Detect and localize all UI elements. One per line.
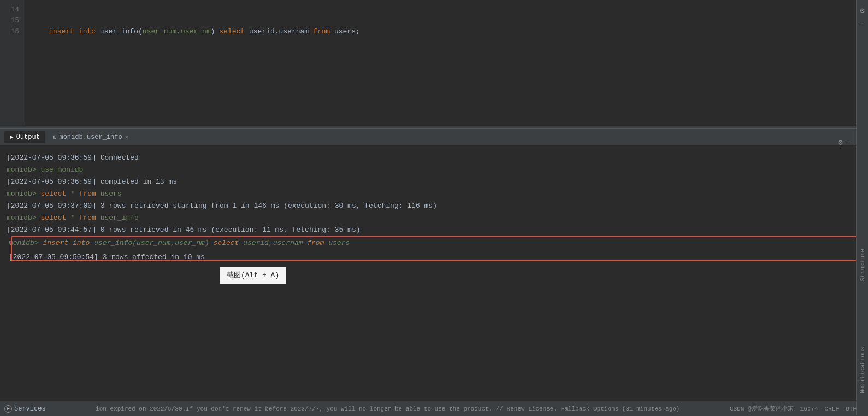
highlight-section: monidb> insert into user_info(user_num,u… (7, 236, 861, 265)
screenshot-tooltip: 截图(Alt + A) (220, 267, 286, 284)
code-line-14 (32, 4, 854, 15)
col-select: userid,usernam (249, 27, 313, 36)
kw-into: into (79, 27, 100, 36)
output-line-6: monidb> select * from user_info (7, 212, 861, 224)
output-line-3: [2022-07-05 09:36:59] completed in 13 ms (7, 176, 861, 188)
time-label: 16:74 (800, 406, 818, 412)
tbl-users: users; (334, 27, 360, 36)
code-line-15 (32, 15, 854, 26)
status-right: CSDN @爱吃香菜的小宋 16:74 CRLF UTF-8 (730, 405, 864, 413)
output-content[interactable]: [2022-07-05 09:36:59] Connected monidb> … (0, 145, 868, 401)
code-content[interactable]: insert into user_info(user_num,user_nm) … (25, 0, 860, 126)
structure-label[interactable]: Structure (859, 249, 866, 281)
tab-output[interactable]: ▶ Output (4, 131, 45, 143)
highlight-border (11, 236, 857, 261)
output-line-4: monidb> select * from users (7, 188, 861, 200)
status-left: ▶ Services (4, 405, 46, 413)
services-button[interactable]: ▶ Services (4, 405, 46, 413)
notifications-label[interactable]: Notifications (859, 347, 866, 394)
gear-icon[interactable]: ⚙ (857, 4, 869, 16)
monidb-tab-label: monidb.user_info (59, 133, 122, 141)
output-line-2: monidb> use monidb (7, 164, 861, 176)
kw-from: from (313, 27, 334, 36)
tbl-user-info: user_info( (100, 27, 143, 36)
output-lines: [2022-07-05 09:36:59] Connected monidb> … (7, 150, 861, 289)
line-number-14: 14 (0, 4, 25, 15)
output-panel: ▶ Output ⊞ monidb.user_info ✕ [2022-07-0… (0, 129, 868, 401)
line-number-16: 16 (0, 26, 25, 37)
output-line-7: [2022-07-05 09:44:57] 0 rows retrieved i… (7, 224, 861, 236)
tooltip-text: 截图(Alt + A) (227, 271, 279, 279)
tooltip-area: 截图(Alt + A) (7, 265, 861, 286)
status-bar: ▶ Services ion expired on 2022/6/30.If y… (0, 401, 868, 416)
output-line-1: [2022-07-05 09:36:59] Connected (7, 152, 861, 164)
brand-label: CSDN @爱吃香菜的小宋 (730, 405, 794, 413)
minus-icon[interactable]: — (857, 19, 869, 31)
kw-insert: insert (49, 27, 79, 36)
output-tab-label: Output (16, 133, 40, 141)
services-run-icon: ▶ (4, 405, 12, 413)
line-numbers: 14 15 16 (0, 0, 25, 126)
output-tab-icon: ▶ (10, 133, 14, 140)
line-number-15: 15 (0, 15, 25, 26)
tab-monidb-user-info[interactable]: ⊞ monidb.user_info ✕ (48, 131, 134, 143)
status-message: ion expired on 2022/6/30.If you don't re… (46, 406, 730, 412)
right-sidebar: ⚙ — Structure Notifications (856, 0, 868, 415)
monidb-tab-icon: ⊞ (53, 133, 57, 140)
monidb-tab-close[interactable]: ✕ (125, 133, 129, 140)
output-tabs: ▶ Output ⊞ monidb.user_info ✕ (0, 129, 868, 145)
crlf-label: CRLF (825, 406, 839, 412)
editor-area: 14 15 16 insert into user_info(user_num,… (0, 0, 868, 126)
col-names: user_num,user_nm (143, 27, 211, 36)
kw-select: select (219, 27, 249, 36)
services-label: Services (14, 405, 46, 413)
code-line-16: insert into user_info(user_num,user_nm) … (32, 26, 854, 37)
output-line-5: [2022-07-05 09:37:00] 3 rows retrieved s… (7, 200, 861, 212)
